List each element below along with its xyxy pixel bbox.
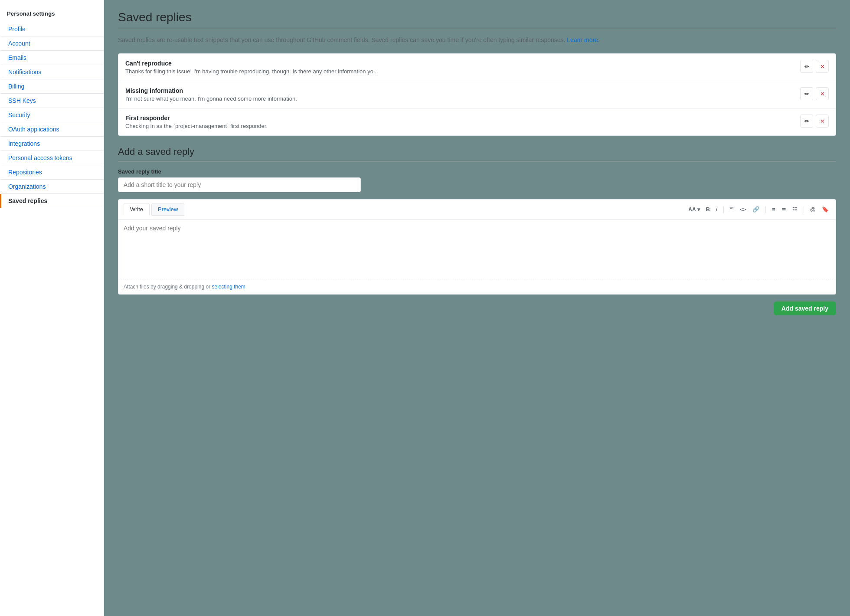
sidebar-item-profile[interactable]: Profile — [0, 22, 104, 36]
link-icon[interactable]: 🔗 — [751, 205, 761, 213]
reply-item-missing-information: Missing informationI'm not sure what you… — [118, 81, 836, 108]
reply-body: Thanks for filing this issue! I'm having… — [125, 68, 793, 75]
learn-more-link[interactable]: Learn more. — [567, 36, 599, 43]
quote-icon[interactable]: “” — [728, 205, 736, 213]
sidebar-nav: ProfileAccountEmailsNotificationsBilling… — [0, 22, 104, 208]
sidebar-heading: Personal settings — [0, 7, 104, 22]
editor-body — [118, 220, 836, 279]
reply-editor: Write Preview AA ▾ B i “” <> 🔗 ≡ ≣ ☷ @ 🔖 — [118, 199, 836, 295]
sidebar-item-notifications[interactable]: Notifications — [0, 65, 104, 79]
sidebar-item-integrations[interactable]: Integrations — [0, 137, 104, 151]
reply-title: Can't reproduce — [125, 60, 793, 67]
reply-content: First responderChecking in as the `proje… — [125, 115, 793, 129]
sidebar-item-repositories[interactable]: Repositories — [0, 165, 104, 180]
title-label: Saved reply title — [118, 168, 836, 175]
reply-title: Missing information — [125, 87, 793, 94]
sidebar-item-saved-replies[interactable]: Saved replies — [0, 194, 104, 208]
tab-write[interactable]: Write — [124, 203, 150, 216]
sidebar-item-personal-access-tokens[interactable]: Personal access tokens — [0, 151, 104, 165]
add-saved-reply-button[interactable]: Add saved reply — [774, 301, 836, 315]
tab-preview[interactable]: Preview — [151, 203, 184, 216]
edit-reply-button[interactable]: ✏ — [800, 60, 813, 73]
reply-content: Can't reproduceThanks for filing this is… — [125, 60, 793, 75]
editor-toolbar: Write Preview AA ▾ B i “” <> 🔗 ≡ ≣ ☷ @ 🔖 — [118, 200, 836, 220]
page-description: Saved replies are re-usable text snippet… — [118, 35, 836, 45]
heading-icon[interactable]: AA ▾ — [687, 206, 701, 213]
delete-reply-button[interactable]: ✕ — [816, 115, 829, 128]
reply-body-textarea[interactable] — [124, 225, 830, 272]
sidebar-item-ssh-keys[interactable]: SSH Keys — [0, 94, 104, 108]
unordered-list-icon[interactable]: ≡ — [770, 205, 777, 213]
reply-item-first-responder: First responderChecking in as the `proje… — [118, 108, 836, 135]
reply-actions: ✏✕ — [800, 115, 829, 128]
edit-reply-button[interactable]: ✏ — [800, 87, 813, 100]
footer-period: . — [245, 284, 247, 290]
main-content: Saved replies Saved replies are re-usabl… — [104, 0, 850, 616]
bold-icon[interactable]: B — [704, 205, 712, 213]
form-actions: Add saved reply — [118, 301, 836, 315]
page-title: Saved replies — [118, 10, 836, 24]
selecting-them-link[interactable]: selecting them — [212, 284, 245, 290]
reply-content: Missing informationI'm not sure what you… — [125, 87, 793, 102]
delete-reply-button[interactable]: ✕ — [816, 60, 829, 73]
editor-footer: Attach files by dragging & dropping or s… — [118, 279, 836, 294]
reply-item-cant-reproduce: Can't reproduceThanks for filing this is… — [118, 54, 836, 81]
reply-body: I'm not sure what you mean. I'm gonna ne… — [125, 95, 793, 102]
saved-replies-list: Can't reproduceThanks for filing this is… — [118, 53, 836, 136]
toolbar-separator-2 — [765, 206, 766, 213]
reply-title-input[interactable] — [118, 177, 361, 192]
toolbar-separator-3 — [804, 206, 804, 213]
italic-icon[interactable]: i — [714, 205, 719, 213]
add-section-title: Add a saved reply — [118, 146, 836, 157]
attach-text: Attach files by dragging & dropping or — [124, 284, 210, 290]
add-section-divider — [118, 161, 836, 161]
reply-title: First responder — [125, 115, 793, 121]
delete-reply-button[interactable]: ✕ — [816, 87, 829, 100]
toolbar-icons: AA ▾ B i “” <> 🔗 ≡ ≣ ☷ @ 🔖 — [687, 205, 830, 213]
edit-reply-button[interactable]: ✏ — [800, 115, 813, 128]
reply-actions: ✏✕ — [800, 60, 829, 73]
code-icon[interactable]: <> — [738, 205, 749, 213]
mention-icon[interactable]: @ — [808, 205, 817, 213]
sidebar-item-organizations[interactable]: Organizations — [0, 180, 104, 194]
task-list-icon[interactable]: ☷ — [791, 205, 799, 213]
reply-body: Checking in as the `project-management` … — [125, 123, 793, 129]
sidebar-item-account[interactable]: Account — [0, 36, 104, 51]
sidebar: Personal settings ProfileAccountEmailsNo… — [0, 0, 104, 616]
bookmark-icon[interactable]: 🔖 — [820, 205, 830, 213]
description-text: Saved replies are re-usable text snippet… — [118, 36, 565, 43]
sidebar-item-security[interactable]: Security — [0, 108, 104, 122]
sidebar-item-emails[interactable]: Emails — [0, 51, 104, 65]
title-divider — [118, 28, 836, 28]
sidebar-item-billing[interactable]: Billing — [0, 79, 104, 94]
toolbar-separator-1 — [723, 206, 724, 213]
sidebar-item-oauth-applications[interactable]: OAuth applications — [0, 122, 104, 137]
ordered-list-icon[interactable]: ≣ — [780, 205, 788, 213]
reply-actions: ✏✕ — [800, 87, 829, 100]
